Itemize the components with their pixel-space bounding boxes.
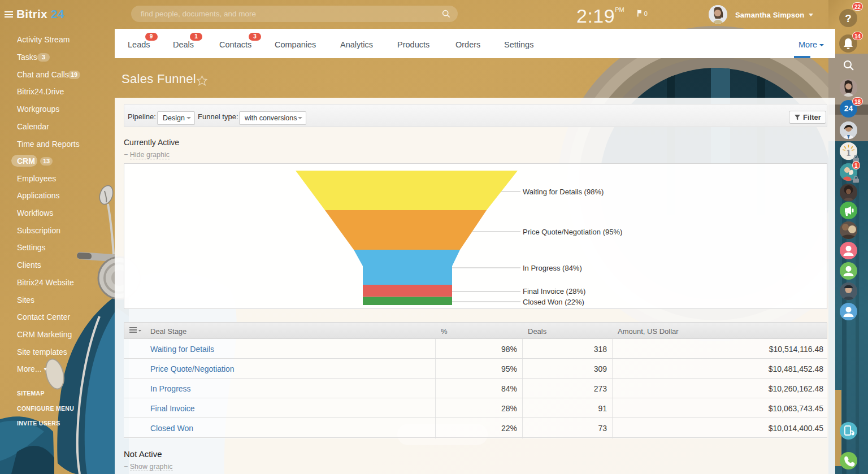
svg-text:Waiting for Details (98%): Waiting for Details (98%) [523, 188, 604, 196]
svg-text:Price Quote/Negotiation (95%): Price Quote/Negotiation (95%) [523, 228, 622, 236]
svg-text:0: 0 [644, 10, 648, 17]
svg-text:1: 1 [846, 147, 851, 158]
svg-text:?: ? [845, 12, 852, 24]
svg-text:In Progress (84%): In Progress (84%) [523, 264, 582, 272]
svg-text:Closed Won (22%): Closed Won (22%) [523, 298, 584, 306]
svg-text:Final Invoice (28%): Final Invoice (28%) [523, 287, 585, 295]
